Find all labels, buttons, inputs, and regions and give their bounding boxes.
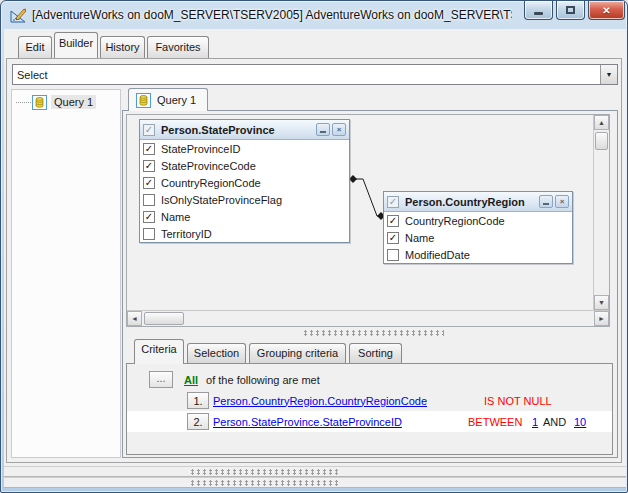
tab-label: Grouping criteria (257, 347, 338, 359)
column-row[interactable]: ModifiedDate (384, 246, 572, 263)
query-type-value: Select (13, 69, 600, 81)
tab-selection[interactable]: Selection (187, 343, 246, 364)
bottom-splitter-bar[interactable] (4, 477, 626, 488)
tab-label: Builder (59, 37, 93, 49)
criteria-operator[interactable]: BETWEEN (468, 416, 522, 428)
maximize-button[interactable] (556, 1, 585, 20)
table-title: Person.CountryRegion (405, 196, 537, 208)
criteria-row-number-button[interactable]: 2. (187, 413, 209, 430)
criteria-field-link[interactable]: Person.StateProvince.StateProvinceID (213, 416, 402, 428)
query-page-tab[interactable]: Query 1 (128, 88, 208, 111)
tab-label: Criteria (141, 343, 176, 355)
table-title: Person.StateProvince (161, 124, 314, 136)
criteria-operator[interactable]: IS NOT NULL (484, 395, 552, 407)
criteria-conjunction: AND (543, 416, 566, 428)
criteria-row-1: 1. Person.CountryRegion.CountryRegionCod… (127, 390, 612, 411)
criteria-row-2: 2. Person.StateProvince.StateProvinceID … (127, 411, 612, 432)
table-close-button[interactable]: × (555, 195, 569, 208)
column-name: CountryRegionCode (405, 215, 505, 227)
table-window-stateprovince[interactable]: ✓ Person.StateProvince × ✓StateProvinceI… (139, 119, 350, 243)
column-checkbox[interactable] (143, 228, 155, 240)
diagram-canvas[interactable]: ✓ Person.StateProvince × ✓StateProvinceI… (127, 115, 593, 310)
column-row[interactable]: ✓CountryRegionCode (384, 212, 572, 229)
column-checkbox[interactable]: ✓ (143, 143, 155, 155)
maximize-icon (566, 6, 575, 14)
minimize-icon (543, 203, 549, 205)
column-name: StateProvinceID (161, 143, 240, 155)
join-line[interactable] (347, 171, 387, 223)
table-header[interactable]: ✓ Person.StateProvince × (140, 120, 349, 140)
column-checkbox[interactable]: ✓ (143, 211, 155, 223)
column-row[interactable]: IsOnlyStateProvinceFlag (140, 191, 349, 208)
scroll-down-icon: ▼ (598, 299, 605, 306)
query-type-select[interactable]: Select ▼ (12, 64, 618, 85)
tab-label: Edit (26, 41, 45, 53)
column-name: CountryRegionCode (161, 177, 261, 189)
table-minimize-button[interactable] (539, 195, 553, 208)
tab-favorites[interactable]: Favorites (147, 36, 209, 58)
criteria-group-row: ... All of the following are met (127, 369, 612, 390)
column-name: Name (161, 211, 190, 223)
query-page-tab-label: Query 1 (157, 94, 196, 106)
close-button[interactable]: ✕ (588, 1, 625, 20)
scroll-left-icon: ◄ (131, 315, 138, 322)
tree-item-label: Query 1 (51, 95, 96, 109)
scroll-right-icon: ► (598, 315, 605, 322)
column-name: IsOnlyStateProvinceFlag (161, 194, 282, 206)
column-row[interactable]: ✓StateProvinceCode (140, 157, 349, 174)
column-name: StateProvinceCode (161, 160, 256, 172)
vertical-scroll-thumb[interactable] (595, 132, 608, 150)
column-row[interactable]: ✓Name (140, 208, 349, 225)
table-header[interactable]: ✓ Person.CountryRegion × (384, 192, 572, 212)
column-row[interactable]: ✓CountryRegionCode (140, 174, 349, 191)
tab-criteria[interactable]: Criteria (134, 339, 184, 364)
query-database-icon (32, 95, 47, 110)
app-window: [AdventureWorks on dooM_SERVER\TSERV2005… (0, 0, 628, 493)
tree-branch-line (16, 102, 31, 103)
table-select-all-checkbox[interactable]: ✓ (387, 196, 399, 208)
criteria-row-number-button[interactable]: 1. (187, 392, 209, 409)
group-suffix-text: of the following are met (206, 374, 320, 386)
table-close-button[interactable]: × (332, 123, 346, 136)
column-checkbox[interactable] (387, 249, 399, 261)
tab-label: Selection (194, 347, 239, 359)
table-minimize-button[interactable] (316, 123, 330, 136)
scroll-down-button[interactable]: ▼ (594, 295, 609, 310)
combo-dropdown-button[interactable]: ▼ (600, 65, 617, 84)
criteria-value-link[interactable]: 10 (574, 416, 586, 428)
table-window-countryregion[interactable]: ✓ Person.CountryRegion × ✓CountryRegionC… (383, 191, 573, 264)
bottom-splitter-bar[interactable] (4, 466, 626, 477)
title-bar[interactable]: [AdventureWorks on dooM_SERVER\TSERV2005… (1, 1, 628, 29)
chevron-down-icon: ▼ (606, 71, 613, 78)
diagram-splitter-handle[interactable] (304, 330, 444, 336)
column-checkbox[interactable]: ✓ (387, 232, 399, 244)
criteria-field-link[interactable]: Person.CountryRegion.CountryRegionCode (213, 395, 427, 407)
table-select-all-checkbox[interactable]: ✓ (143, 124, 155, 136)
scroll-up-icon: ▲ (598, 119, 605, 126)
scroll-up-button[interactable]: ▲ (594, 115, 609, 130)
horizontal-scroll-thumb[interactable] (144, 312, 184, 325)
column-checkbox[interactable]: ✓ (143, 177, 155, 189)
tab-builder[interactable]: Builder (54, 32, 98, 58)
column-row[interactable]: ✓StateProvinceID (140, 140, 349, 157)
group-operator-link[interactable]: All (184, 374, 198, 386)
column-row[interactable]: TerritoryID (140, 225, 349, 242)
criteria-options-button[interactable]: ... (149, 371, 173, 388)
column-row[interactable]: ✓Name (384, 229, 572, 246)
column-checkbox[interactable] (143, 194, 155, 206)
tab-grouping-criteria[interactable]: Grouping criteria (249, 343, 346, 364)
criteria-value-link[interactable]: 1 (532, 416, 538, 428)
splitter-grip-icon (191, 480, 341, 486)
scroll-right-button[interactable]: ► (594, 311, 609, 326)
vertical-scrollbar[interactable]: ▲ ▼ (593, 115, 609, 310)
column-checkbox[interactable]: ✓ (143, 160, 155, 172)
tab-edit[interactable]: Edit (18, 36, 52, 58)
tab-sorting[interactable]: Sorting (349, 343, 402, 364)
horizontal-scrollbar[interactable]: ◄ ► (127, 310, 609, 326)
scroll-left-button[interactable]: ◄ (127, 311, 142, 326)
tab-history[interactable]: History (100, 36, 145, 58)
minimize-button[interactable] (524, 1, 553, 20)
tree-item-query1[interactable]: Query 1 (16, 94, 96, 110)
column-checkbox[interactable]: ✓ (387, 215, 399, 227)
tab-label: Sorting (358, 347, 393, 359)
